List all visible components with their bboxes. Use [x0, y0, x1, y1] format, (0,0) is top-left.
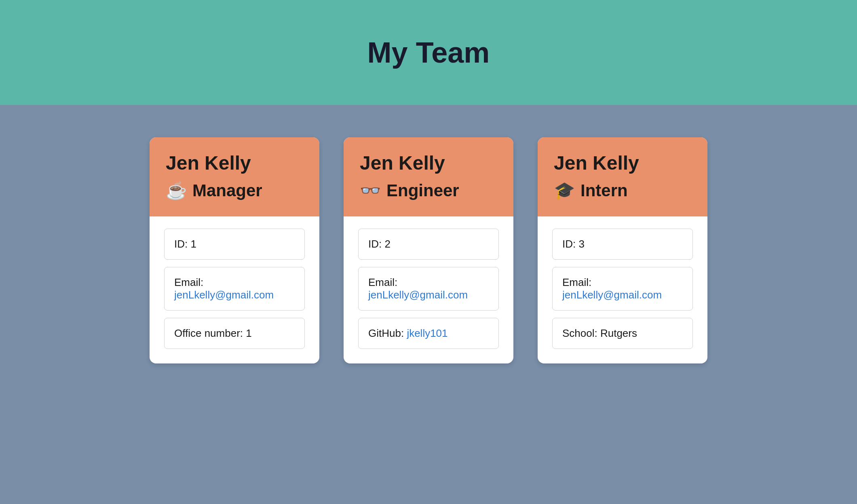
team-cards-container: Jen Kelly☕ManagerID: 1Email: jenLkelly@g…	[0, 105, 857, 504]
card-header-1: Jen Kelly☕Manager	[150, 137, 319, 216]
field-value: 2	[384, 238, 390, 250]
card-header-3: Jen Kelly🎓Intern	[538, 137, 707, 216]
team-card-3: Jen Kelly🎓InternID: 3Email: jenLkelly@gm…	[538, 137, 707, 363]
card-body-3: ID: 3Email: jenLkelly@gmail.comSchool: R…	[538, 216, 707, 363]
team-card-1: Jen Kelly☕ManagerID: 1Email: jenLkelly@g…	[150, 137, 319, 363]
field-label: ID:	[368, 238, 384, 250]
team-card-2: Jen Kelly👓EngineerID: 2Email: jenLkelly@…	[344, 137, 513, 363]
field-label: School:	[562, 327, 600, 339]
card-field-3-1: ID: 3	[552, 229, 693, 260]
glasses-icon: 👓	[360, 181, 381, 200]
page-title: My Team	[367, 36, 490, 69]
field-label: Email:	[562, 276, 591, 288]
card-field-2-2: Email: jenLkelly@gmail.com	[358, 267, 499, 311]
card-field-3-3: School: Rutgers	[552, 318, 693, 349]
card-header-2: Jen Kelly👓Engineer	[344, 137, 513, 216]
field-link-3-2[interactable]: jenLkelly@gmail.com	[562, 289, 662, 301]
card-name-3: Jen Kelly	[554, 152, 691, 174]
graduation-cap-icon: 🎓	[554, 181, 575, 200]
card-field-1-1: ID: 1	[164, 229, 305, 260]
field-link-2-3[interactable]: jkelly101	[407, 327, 447, 339]
field-value: Rutgers	[600, 327, 637, 339]
card-field-2-1: ID: 2	[358, 229, 499, 260]
card-role-label-2: Engineer	[386, 181, 459, 200]
field-link-2-2[interactable]: jenLkelly@gmail.com	[368, 289, 468, 301]
field-label: Email:	[174, 276, 203, 288]
field-value: 1	[246, 327, 251, 339]
card-body-1: ID: 1Email: jenLkelly@gmail.comOffice nu…	[150, 216, 319, 363]
card-field-1-3: Office number: 1	[164, 318, 305, 349]
card-role-2: 👓Engineer	[360, 181, 497, 200]
field-value: 1	[190, 238, 196, 250]
card-field-2-3: GitHub: jkelly101	[358, 318, 499, 349]
card-role-1: ☕Manager	[166, 181, 303, 200]
field-label: Office number:	[174, 327, 246, 339]
field-label: ID:	[562, 238, 578, 250]
field-label: GitHub:	[368, 327, 407, 339]
field-value: 3	[578, 238, 584, 250]
card-role-label-1: Manager	[192, 181, 262, 200]
field-label: Email:	[368, 276, 397, 288]
page-header: My Team	[0, 0, 857, 105]
card-role-label-3: Intern	[580, 181, 628, 200]
card-field-1-2: Email: jenLkelly@gmail.com	[164, 267, 305, 311]
card-field-3-2: Email: jenLkelly@gmail.com	[552, 267, 693, 311]
field-link-1-2[interactable]: jenLkelly@gmail.com	[174, 289, 274, 301]
card-body-2: ID: 2Email: jenLkelly@gmail.comGitHub: j…	[344, 216, 513, 363]
card-role-3: 🎓Intern	[554, 181, 691, 200]
field-label: ID:	[174, 238, 190, 250]
card-name-2: Jen Kelly	[360, 152, 497, 174]
card-name-1: Jen Kelly	[166, 152, 303, 174]
coffee-cup-icon: ☕	[166, 181, 187, 200]
